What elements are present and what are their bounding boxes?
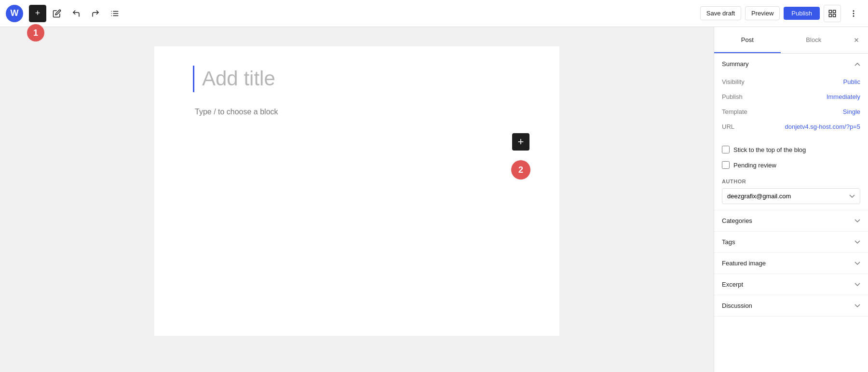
svg-point-11 xyxy=(853,13,854,14)
summary-title: Summary xyxy=(722,60,749,68)
wp-logo: W xyxy=(6,5,23,22)
pending-checkbox-row: Pending review xyxy=(714,157,868,173)
redo-button[interactable] xyxy=(87,5,104,22)
save-draft-button[interactable]: Save draft xyxy=(700,6,741,20)
pending-label: Pending review xyxy=(733,162,776,169)
publish-value[interactable]: Immediately xyxy=(827,93,860,100)
step-badge-1: 1 xyxy=(27,24,44,41)
summary-panel-header[interactable]: Summary xyxy=(714,54,868,74)
featured-image-panel: Featured image xyxy=(714,253,868,274)
categories-panel-header[interactable]: Categories xyxy=(714,210,868,231)
title-input[interactable] xyxy=(193,66,521,92)
template-row: Template Single xyxy=(722,104,860,119)
author-label: AUTHOR xyxy=(722,179,860,184)
tags-panel-header[interactable]: Tags xyxy=(714,232,868,252)
svg-point-10 xyxy=(853,11,854,12)
svg-rect-7 xyxy=(833,10,836,13)
visibility-row: Visibility Public xyxy=(722,74,860,89)
editor-area: Type / to choose a block + 2 xyxy=(0,27,714,372)
more-options-button[interactable] xyxy=(845,5,862,22)
svg-rect-6 xyxy=(829,10,831,13)
svg-point-12 xyxy=(853,15,854,16)
editor-container: Type / to choose a block + 2 xyxy=(154,46,559,336)
discussion-chevron-icon xyxy=(854,303,860,309)
categories-panel: Categories xyxy=(714,210,868,232)
summary-chevron-icon xyxy=(854,61,860,68)
categories-chevron-icon xyxy=(854,218,860,224)
toolbar-left: W + xyxy=(6,5,700,22)
right-sidebar: Post Block Summary Visibility Public Pub… xyxy=(714,27,868,372)
floating-add-area: + 2 xyxy=(511,133,530,179)
excerpt-title: Excerpt xyxy=(722,281,743,288)
url-value[interactable]: donjetv4.sg-host.com/?p=5 xyxy=(785,123,860,130)
excerpt-chevron-icon xyxy=(854,281,860,288)
featured-image-chevron-icon xyxy=(854,260,860,267)
tab-post[interactable]: Post xyxy=(714,27,781,53)
tags-panel: Tags xyxy=(714,232,868,253)
pending-checkbox[interactable] xyxy=(722,161,730,169)
url-row: URL donjetv4.sg-host.com/?p=5 xyxy=(722,119,860,134)
publish-row: Publish Immediately xyxy=(722,89,860,104)
stick-checkbox[interactable] xyxy=(722,146,730,153)
author-section: AUTHOR deezgrafix@gmail.com xyxy=(714,173,868,210)
svg-rect-9 xyxy=(829,14,831,16)
settings-button[interactable] xyxy=(824,5,841,22)
visibility-label: Visibility xyxy=(722,78,745,85)
main-toolbar: 1 W + Save draft xyxy=(0,0,868,27)
discussion-title: Discussion xyxy=(722,302,752,309)
toolbar-right: Save draft Preview Publish xyxy=(700,5,862,22)
step-badge-2: 2 xyxy=(511,160,530,179)
close-sidebar-button[interactable] xyxy=(847,30,866,50)
discussion-panel: Discussion xyxy=(714,295,868,317)
url-label: URL xyxy=(722,123,734,130)
template-value[interactable]: Single xyxy=(843,108,860,115)
preview-button[interactable]: Preview xyxy=(745,6,780,20)
block-hint: Type / to choose a block xyxy=(193,108,521,116)
add-block-floating-button[interactable]: + xyxy=(512,133,529,151)
publish-label: Publish xyxy=(722,93,743,100)
tags-chevron-icon xyxy=(854,239,860,246)
visibility-value[interactable]: Public xyxy=(843,78,860,85)
featured-image-panel-header[interactable]: Featured image xyxy=(714,253,868,274)
template-label: Template xyxy=(722,108,747,115)
excerpt-panel: Excerpt xyxy=(714,274,868,295)
svg-rect-8 xyxy=(833,14,836,16)
undo-button[interactable] xyxy=(68,5,85,22)
categories-title: Categories xyxy=(722,217,752,224)
tags-title: Tags xyxy=(722,238,735,246)
add-block-button[interactable]: + xyxy=(29,5,46,22)
summary-content: Visibility Public Publish Immediately Te… xyxy=(714,74,868,142)
excerpt-panel-header[interactable]: Excerpt xyxy=(714,274,868,295)
summary-panel: Summary Visibility Public Publish Immedi… xyxy=(714,54,868,210)
discussion-panel-header[interactable]: Discussion xyxy=(714,295,868,316)
sidebar-tabs: Post Block xyxy=(714,27,868,54)
publish-button[interactable]: Publish xyxy=(784,7,820,20)
author-select[interactable]: deezgrafix@gmail.com xyxy=(722,188,860,204)
featured-image-title: Featured image xyxy=(722,260,766,267)
stick-label: Stick to the top of the blog xyxy=(733,146,806,153)
edit-button[interactable] xyxy=(48,5,66,22)
stick-checkbox-row: Stick to the top of the blog xyxy=(714,142,868,157)
list-view-button[interactable] xyxy=(106,5,123,22)
tab-block[interactable]: Block xyxy=(781,27,847,53)
